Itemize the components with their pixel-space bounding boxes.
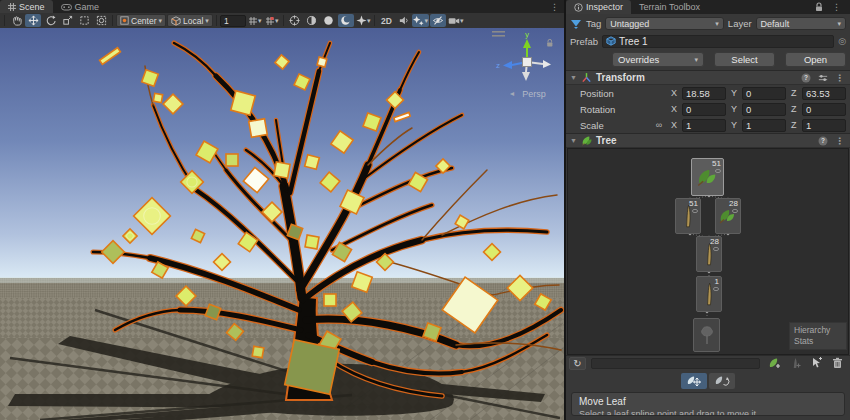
scale-z-field[interactable]: 1 — [802, 119, 846, 132]
foldout-arrow-icon[interactable]: ▼ — [570, 137, 577, 144]
node-visibility-icon[interactable] — [692, 209, 698, 213]
foldout-arrow-icon[interactable]: ▼ — [570, 74, 577, 81]
layer-label: Layer — [728, 18, 752, 29]
tab-inspector[interactable]: Inspector — [566, 0, 631, 14]
effects-dropdown[interactable]: ▾ — [412, 14, 429, 27]
tab-game-label: Game — [75, 2, 100, 12]
camera-settings-dropdown[interactable]: ▾ — [447, 14, 465, 27]
tool-rotate-button[interactable] — [42, 14, 58, 27]
tool-transform-button[interactable] — [93, 14, 109, 27]
refresh-button[interactable]: ↻ — [569, 357, 586, 370]
rotate-leaf-tool-button[interactable] — [709, 373, 735, 389]
scene-toolbar: Center ▾ Local ▾ 1 ▾ ▾ — [0, 13, 564, 28]
position-y-field[interactable]: 0 — [742, 87, 786, 100]
viewport-light-toggle[interactable] — [321, 14, 337, 27]
delete-node-button[interactable] — [828, 357, 847, 370]
tab-scene[interactable]: Scene — [0, 0, 53, 13]
mode-2d-toggle[interactable]: 2D — [378, 14, 394, 27]
tree-node-leaf-group[interactable]: 51 — [691, 158, 724, 196]
pivot-mode-dropdown[interactable]: Center ▾ — [116, 14, 166, 27]
help-button[interactable]: ? — [799, 73, 812, 83]
constrain-proportions-icon[interactable]: ∞ — [652, 120, 666, 130]
position-row: Position X 18.58 Y 0 Z 63.53 — [566, 86, 850, 100]
tool-hand-button[interactable] — [8, 14, 24, 27]
eye-slash-icon — [432, 15, 444, 26]
scene-viewport[interactable]: y z ◄ Persp — [0, 28, 564, 420]
gameobject-header-row: Tag Untagged ▾ Layer Default ▾ — [566, 14, 850, 31]
tree-node-leaf-group[interactable]: 28 — [715, 198, 741, 234]
node-visibility-icon[interactable] — [732, 209, 738, 213]
orientation-dropdown[interactable]: Local ▾ — [167, 14, 213, 27]
viewport-shading-toggle[interactable] — [304, 14, 320, 27]
help-button[interactable]: ? — [816, 136, 829, 146]
tree-node-root[interactable] — [693, 318, 720, 352]
trash-icon — [832, 357, 843, 369]
duplicate-node-button[interactable] — [807, 357, 826, 370]
tree-editor-toolbar: ↻ — [566, 355, 850, 370]
rotation-y-field[interactable]: 0 — [742, 103, 786, 116]
node-badge: 28 — [729, 200, 738, 213]
axis-x-label: X — [671, 104, 680, 114]
tree-structure-editor[interactable]: 51 51 28 28 — [567, 148, 849, 355]
prefab-field[interactable]: Tree 1 — [602, 35, 834, 48]
tree-component-icon — [581, 135, 592, 146]
inspector-panel: Inspector Terrain Toolbox ⋮ Tag Untagged… — [564, 0, 850, 420]
transform-menu-button[interactable]: ⋮ — [833, 73, 846, 83]
scale-x-field[interactable]: 1 — [682, 119, 726, 132]
snap-size-input[interactable]: 1 — [220, 15, 246, 27]
flare-dropdown[interactable]: ▾ — [355, 14, 372, 27]
scene-menu-button[interactable]: ⋮ — [545, 0, 564, 13]
lock-icon[interactable] — [815, 2, 823, 12]
tool-scale-button[interactable] — [59, 14, 75, 27]
grid-visibility-dropdown[interactable]: ▾ — [247, 14, 263, 27]
effects-sparkle-icon — [413, 15, 424, 26]
axis-z-label: Z — [791, 104, 800, 114]
tab-terrain-toolbox[interactable]: Terrain Toolbox — [631, 0, 708, 14]
scene-visibility-toggle[interactable] — [430, 14, 446, 27]
tree-node-branch-group[interactable]: 1 — [696, 276, 722, 312]
prefab-asset-button[interactable]: ◎ — [838, 36, 846, 46]
tree-menu-button[interactable]: ⋮ — [833, 136, 846, 146]
audio-toggle[interactable] — [395, 14, 411, 27]
hierarchy-stats-box: Hierarchy Stats — [789, 322, 847, 350]
tool-rect-button[interactable] — [76, 14, 92, 27]
presets-button[interactable] — [816, 73, 829, 83]
scene-panel: Scene Game ⋮ — [0, 0, 564, 420]
position-z-field[interactable]: 63.53 — [802, 87, 846, 100]
speaker-icon — [398, 15, 409, 26]
tag-dropdown[interactable]: Untagged ▾ — [605, 17, 724, 30]
add-leaf-button[interactable] — [765, 357, 784, 370]
prefab-cube-icon — [606, 36, 616, 46]
overrides-dropdown[interactable]: Overrides ▾ — [612, 52, 704, 67]
node-badge: 51 — [689, 200, 698, 213]
layer-dropdown[interactable]: Default ▾ — [756, 17, 846, 30]
position-x-field[interactable]: 18.58 — [682, 87, 726, 100]
select-button[interactable]: Select — [714, 52, 775, 67]
scale-row: Scale ∞ X 1 Y 1 Z 1 — [566, 118, 850, 132]
snap-settings-dropdown[interactable]: ▾ — [264, 14, 280, 27]
prefab-expand-icon[interactable] — [570, 19, 582, 29]
grid-icon — [248, 16, 258, 26]
tool-move-button[interactable] — [25, 14, 41, 27]
scale-y-field[interactable]: 1 — [742, 119, 786, 132]
divider — [112, 15, 113, 26]
viewport-moon-toggle[interactable] — [338, 14, 354, 27]
rotation-z-field[interactable]: 0 — [802, 103, 846, 116]
inspector-menu-button[interactable]: ⋮ — [827, 2, 846, 12]
tree-node-branch-group[interactable]: 28 — [696, 236, 722, 272]
tab-game[interactable]: Game — [53, 0, 108, 13]
viewport-gizmo-toggle[interactable] — [287, 14, 303, 27]
rotation-x-field[interactable]: 0 — [682, 103, 726, 116]
add-branch-icon — [790, 357, 802, 369]
node-visibility-icon[interactable] — [715, 169, 721, 173]
open-button[interactable]: Open — [785, 52, 846, 67]
node-visibility-icon[interactable] — [713, 247, 719, 251]
tree-node-branch-group[interactable]: 51 — [675, 198, 701, 234]
node-badge: 51 — [712, 160, 721, 173]
move-leaf-tool-button[interactable] — [681, 373, 707, 389]
node-visibility-icon[interactable] — [713, 287, 719, 291]
transform-header[interactable]: ▼ Transform ? ⋮ — [566, 70, 850, 85]
tool-help-title: Move Leaf — [579, 396, 837, 407]
add-branch-button[interactable] — [786, 357, 805, 370]
tree-header[interactable]: ▼ Tree ? ⋮ — [566, 133, 850, 148]
